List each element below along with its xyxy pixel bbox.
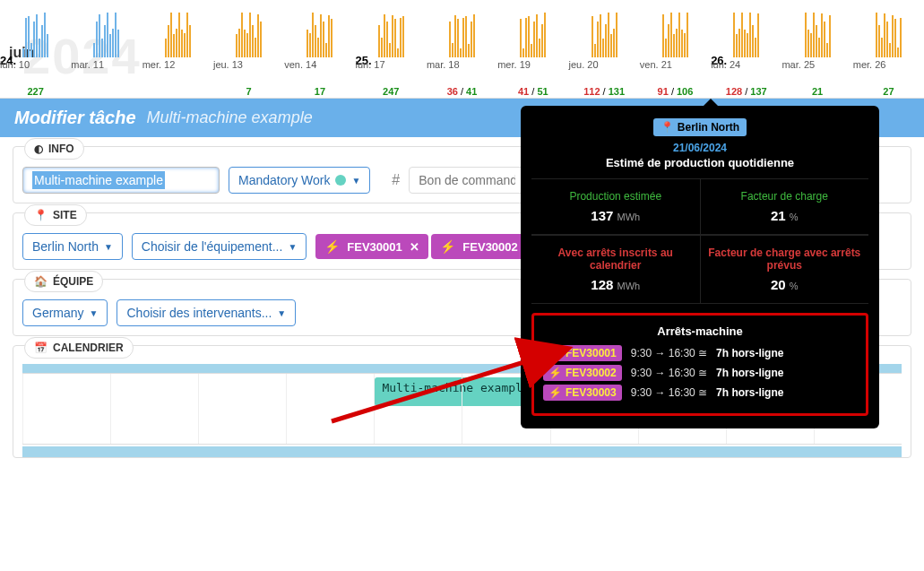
people-dropdown[interactable]: Choisir des intervenants... ▼	[117, 299, 296, 326]
purchase-order-input[interactable]	[409, 167, 525, 194]
bolt-icon: ⚡	[548, 386, 562, 399]
tooltip-load-label: Facteur de charge	[706, 190, 864, 203]
work-type-dropdown[interactable]: Mandatory Work ▼	[229, 167, 370, 194]
timeline-chart: 2024 juin 24.25.26. lun. 10mar. 11mer. 1…	[0, 0, 924, 99]
stop-row: ⚡FEV300039:30 → 16:30 ≅7h hors-ligne	[543, 385, 857, 401]
stop-row: ⚡FEV300029:30 → 16:30 ≅7h hors-ligne	[543, 365, 857, 381]
chevron-down-icon: ▼	[104, 242, 113, 252]
hash-label: #	[392, 172, 400, 188]
equipment-chip[interactable]: ⚡FEV30001✕	[315, 234, 427, 259]
chevron-down-icon: ▼	[351, 176, 360, 186]
bolt-icon: ⚡	[324, 239, 340, 254]
header-title: Modifier tâche	[14, 108, 136, 128]
chevron-down-icon: ▼	[277, 308, 286, 318]
tooltip-title: Estimé de production quotidienne	[531, 156, 868, 169]
team-section-title: 🏠 ÉQUIPE	[24, 271, 103, 292]
bar-chart	[0, 0, 924, 57]
machine-stops-box: Arrêts-machine ⚡FEV300019:30 → 16:30 ≅7h…	[531, 313, 868, 416]
calendar-icon: 📅	[34, 342, 47, 354]
production-tooltip: 📍 Berlin North 21/06/2024 Estimé de prod…	[521, 106, 879, 428]
calendar-band-bottom	[22, 446, 902, 457]
task-name-input[interactable]: Multi-machine example	[22, 167, 220, 194]
tooltip-date: 21/06/2024	[531, 142, 868, 154]
stop-row: ⚡FEV300019:30 → 16:30 ≅7h hors-ligne	[543, 345, 857, 361]
bolt-icon: ⚡	[440, 239, 455, 254]
stops-title: Arrêts-machine	[543, 324, 857, 338]
tooltip-prod-label: Production estimée	[537, 190, 695, 203]
chevron-down-icon: ▼	[90, 308, 99, 318]
home-icon: 🏠	[34, 275, 47, 288]
country-dropdown[interactable]: Germany ▼	[22, 299, 108, 326]
calendar-section-title: 📅 CALENDRIER	[24, 337, 134, 359]
site-section-title: 📍 SITE	[24, 204, 87, 226]
info-section-title: ◐ INFO	[24, 138, 84, 160]
tooltip-stops-load-label: Facteur de charge avec arrêts prévus	[706, 247, 864, 272]
stop-machine-chip: ⚡FEV30001	[543, 345, 622, 361]
equipment-dropdown[interactable]: Choisir de l'équipement... ▼	[132, 233, 307, 260]
stop-machine-chip: ⚡FEV30002	[543, 365, 622, 381]
pin-icon: 📍	[34, 209, 47, 221]
remove-chip-icon[interactable]: ✕	[410, 240, 419, 254]
tooltip-location-pill: 📍 Berlin North	[653, 118, 747, 136]
bolt-icon: ⚡	[548, 347, 562, 359]
site-location-dropdown[interactable]: Berlin North ▼	[22, 233, 123, 260]
chevron-down-icon: ▼	[288, 242, 297, 252]
tooltip-stops-prod-label: Avec arrêts inscrits au calendrier	[537, 247, 695, 272]
info-icon: ◐	[34, 143, 43, 155]
pin-icon: 📍	[661, 121, 674, 134]
bolt-icon: ⚡	[548, 367, 562, 379]
work-type-dot-icon	[335, 175, 346, 186]
stop-machine-chip: ⚡FEV30003	[543, 385, 622, 401]
header-subtitle: Multi-machine example	[147, 108, 313, 127]
